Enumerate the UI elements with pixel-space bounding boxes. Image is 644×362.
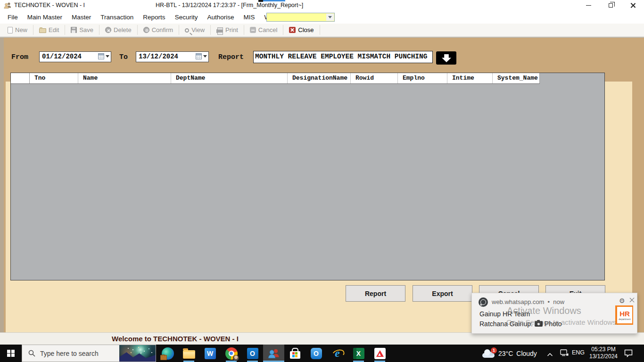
notification-close-icon[interactable]: [629, 297, 635, 303]
calendar-icon: [98, 53, 104, 59]
to-date-input[interactable]: 13/12/2024: [136, 51, 209, 62]
tray-show-hidden-icons-button[interactable]: [547, 350, 553, 362]
close-form-button[interactable]: Close: [284, 25, 318, 36]
edit-button[interactable]: Edit: [34, 25, 64, 36]
taskbar-word-icon[interactable]: W: [199, 345, 221, 362]
from-date-input[interactable]: 01/12/2024: [39, 51, 111, 62]
outlook-icon: O: [247, 348, 258, 359]
grid-column-deptname[interactable]: DeptName: [171, 73, 288, 83]
save-button[interactable]: Save: [66, 25, 98, 36]
taskbar-edge-icon[interactable]: [157, 345, 178, 362]
taskbar-internet-explorer-icon[interactable]: e: [327, 345, 348, 362]
chevron-up-icon: [547, 353, 553, 357]
taskbar-outlook-new-icon[interactable]: O: [305, 345, 327, 362]
taskbar-store-icon[interactable]: [284, 345, 305, 362]
internet-explorer-icon: e: [331, 347, 344, 360]
menu-main-master[interactable]: Main Master: [23, 12, 67, 23]
toolbar-separator: [210, 25, 211, 35]
chevron-down-icon[interactable]: [106, 55, 109, 58]
tray-weather[interactable]: 1 23°C Cloudy: [482, 345, 537, 362]
toolbar-separator: [137, 25, 138, 35]
magnifier-icon: [185, 28, 189, 33]
grid-column-tno[interactable]: Tno: [30, 73, 78, 83]
whatsapp-notification-toast[interactable]: web.whatsapp.com • now ⚙ Gainup HR Team …: [471, 293, 637, 334]
tray-language-button[interactable]: ENG: [572, 349, 585, 362]
menu-mis[interactable]: MIS: [239, 12, 259, 23]
toolbar-separator: [244, 25, 244, 35]
down-arrow-icon: [440, 54, 453, 63]
combo-dropdown-button[interactable]: [326, 14, 334, 21]
menu-master[interactable]: Master: [67, 12, 96, 23]
to-label: To: [119, 53, 128, 61]
weather-badge: 1: [491, 347, 497, 354]
taskbar-hr-app-icon[interactable]: [263, 345, 284, 362]
welcome-status-text: Welcome to TECHNOTEK - WOVEN - I: [112, 335, 239, 343]
taskbar-search-input[interactable]: Type here to search: [22, 345, 156, 362]
load-report-button[interactable]: [436, 51, 456, 65]
tray-network-button[interactable]: [560, 349, 569, 362]
taskbar-file-explorer-icon[interactable]: [178, 345, 199, 362]
browser-notification-icon: [479, 297, 488, 307]
cancel-button[interactable]: Cancel: [245, 25, 282, 36]
menu-authorise[interactable]: Authorise: [202, 12, 239, 23]
hr-department-logo: HR department: [615, 305, 633, 325]
quick-search-combo[interactable]: [266, 13, 335, 22]
grid-column-emplno[interactable]: Emplno: [398, 73, 447, 83]
printer-icon: [216, 29, 223, 33]
start-button[interactable]: [0, 345, 22, 362]
grid-column-designationname[interactable]: DesignationName: [288, 73, 351, 83]
adobe-pdf-icon: [374, 348, 386, 359]
tray-action-center-button[interactable]: [624, 349, 633, 362]
menu-security[interactable]: Security: [170, 12, 203, 23]
new-button[interactable]: New: [3, 25, 32, 36]
taskbar-excel-icon[interactable]: X: [348, 345, 369, 362]
report-button[interactable]: Report: [346, 285, 405, 302]
search-icon: [28, 350, 35, 357]
minimize-button[interactable]: [578, 0, 600, 11]
title-bar: TECHNOTEK - WOVEN - I HR-BTL - 13/12/202…: [0, 0, 644, 11]
close-button[interactable]: [622, 0, 644, 11]
report-label: Report: [218, 53, 244, 61]
minimize-icon: [586, 5, 591, 6]
menu-bar: File Main Master Master Transaction Repo…: [0, 11, 644, 24]
print-button[interactable]: Print: [212, 25, 243, 36]
view-button[interactable]: View: [180, 25, 209, 36]
grid-column-intime[interactable]: Intime: [447, 73, 493, 83]
weather-cloud-icon: 1: [482, 350, 495, 358]
report-name-input[interactable]: MONTHLY RELEAVE EMPLOYEE MISMATCH PUNCHI…: [253, 51, 433, 63]
network-ethernet-icon: [560, 349, 569, 356]
notification-settings-gear-icon[interactable]: ⚙: [619, 297, 625, 304]
restore-button[interactable]: [600, 0, 622, 11]
notification-title: Gainup HR Team: [479, 310, 530, 318]
action-center-icon: [624, 349, 633, 357]
grid-column-name[interactable]: Name: [78, 73, 171, 83]
chevron-down-icon[interactable]: [203, 55, 207, 58]
hr-app-people-icon: [267, 347, 280, 360]
menu-transaction[interactable]: Transaction: [96, 12, 138, 23]
taskbar-outlook-icon[interactable]: O: [242, 345, 263, 362]
status-bar: Welcome to TECHNOTEK - WOVEN - I: [0, 332, 644, 345]
taskbar-pdf-icon[interactable]: [369, 345, 390, 362]
taskbar-chrome-icon[interactable]: [221, 345, 242, 362]
search-highlight-image[interactable]: [119, 345, 156, 362]
excel-icon: X: [353, 348, 364, 359]
background-window-accent: [263, 0, 285, 1]
calendar-icon: [196, 53, 202, 59]
menu-reports[interactable]: Reports: [138, 12, 170, 23]
confirm-button[interactable]: Confirm: [139, 25, 178, 36]
tray-clock[interactable]: 05:23 PM 13/12/2024: [586, 346, 620, 362]
grid-column-rowid[interactable]: Rowid: [351, 73, 398, 83]
toolbar-separator: [179, 25, 179, 35]
restore-icon: [609, 3, 613, 8]
toolbar-separator: [99, 25, 99, 35]
export-button[interactable]: Export: [413, 285, 472, 302]
toolbar-separator: [320, 25, 320, 35]
windows-logo-icon: [7, 350, 15, 357]
menu-file[interactable]: File: [3, 12, 23, 23]
grid-column-system-name[interactable]: System_Name: [493, 73, 540, 83]
delete-button[interactable]: Delete: [100, 25, 136, 36]
toolbar-separator: [33, 25, 33, 35]
grid-body-empty[interactable]: [11, 84, 604, 280]
report-data-grid[interactable]: Tno Name DeptName DesignationName Rowid …: [10, 73, 605, 280]
edge-icon: [162, 347, 174, 360]
